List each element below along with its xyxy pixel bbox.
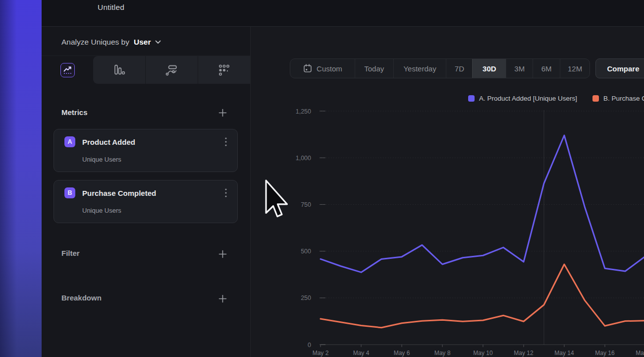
metric-badge: A (64, 136, 75, 147)
add-metric-button[interactable] (218, 108, 227, 117)
compare-button[interactable]: Compare (595, 59, 644, 78)
range-label: 6M (541, 64, 552, 73)
range-30d[interactable]: 30D (472, 59, 506, 78)
range-label: Yesterday (403, 64, 436, 73)
filter-label: Filter (61, 249, 80, 257)
range-7d[interactable]: 7D (446, 59, 472, 78)
legend-label: B. Purchase Completed [Unique Users] (603, 95, 644, 102)
range-label: 7D (455, 64, 464, 73)
range-12m[interactable]: 12M (560, 59, 590, 78)
tab-bar-chart[interactable] (93, 56, 145, 84)
add-filter-button[interactable] (218, 249, 227, 258)
metric-subtitle[interactable]: Unique Users (82, 207, 121, 214)
report-title[interactable]: Untitled (98, 3, 124, 12)
range-label: 30D (483, 64, 496, 73)
plus-icon (218, 250, 227, 258)
range-label: 12M (568, 64, 582, 73)
analyze-label: Analyze Uniques by (61, 38, 129, 47)
range-6m[interactable]: 6M (533, 59, 560, 78)
tab-retention-grid[interactable] (198, 56, 250, 84)
legend-swatch-a (468, 95, 475, 102)
calendar-icon (303, 63, 313, 73)
range-label: Today (364, 64, 384, 73)
gradient-side-strip (0, 0, 42, 357)
retention-grid-icon (217, 63, 231, 77)
legend-item-a[interactable]: A. Product Added [Unique Users] (468, 95, 577, 102)
top-bar: Untitled (42, 0, 644, 26)
kebab-icon (225, 188, 227, 197)
plus-icon (218, 109, 227, 117)
metric-badge: B (64, 187, 75, 198)
legend-item-b[interactable]: B. Purchase Completed [Unique Users] (592, 95, 644, 102)
range-3m[interactable]: 3M (506, 59, 533, 78)
metric-title: Product Added (82, 138, 135, 146)
range-label: 3M (514, 64, 525, 73)
chart-type-tab-group (93, 56, 250, 84)
line-chart-icon (62, 65, 73, 75)
tab-line-chart[interactable] (60, 63, 75, 77)
chevron-down-icon[interactable] (155, 40, 161, 44)
tab-flow[interactable] (145, 56, 198, 84)
range-yesterday[interactable]: Yesterday (393, 59, 446, 78)
analyze-value-dropdown[interactable]: User (134, 38, 151, 47)
metric-menu-button[interactable] (222, 137, 229, 147)
legend-swatch-b (592, 95, 599, 102)
plus-icon (218, 295, 227, 303)
legend-label: A. Product Added [Unique Users] (479, 95, 577, 102)
metric-title: Purchase Completed (82, 189, 156, 197)
insights-report-window: Untitled Analyze Uniques by User (0, 0, 644, 357)
metric-subtitle[interactable]: Unique Users (82, 156, 121, 163)
bar-chart-icon (112, 63, 126, 77)
metric-card-b[interactable]: B Purchase Completed Unique Users (54, 180, 238, 223)
add-breakdown-button[interactable] (218, 294, 227, 303)
metric-card-a[interactable]: A Product Added Unique Users (54, 129, 238, 172)
breakdown-label: Breakdown (61, 294, 102, 302)
metrics-header: Metrics (61, 108, 88, 117)
analyze-row: Analyze Uniques by User (61, 37, 161, 47)
flow-icon (165, 63, 178, 77)
metric-menu-button[interactable] (222, 188, 229, 198)
range-today[interactable]: Today (355, 59, 393, 78)
range-custom[interactable]: Custom (290, 59, 355, 78)
range-label: Custom (317, 64, 342, 73)
kebab-icon (225, 137, 227, 146)
date-range-selector: Custom Today Yesterday 7D 30D 3M 6M 12M (290, 59, 590, 78)
